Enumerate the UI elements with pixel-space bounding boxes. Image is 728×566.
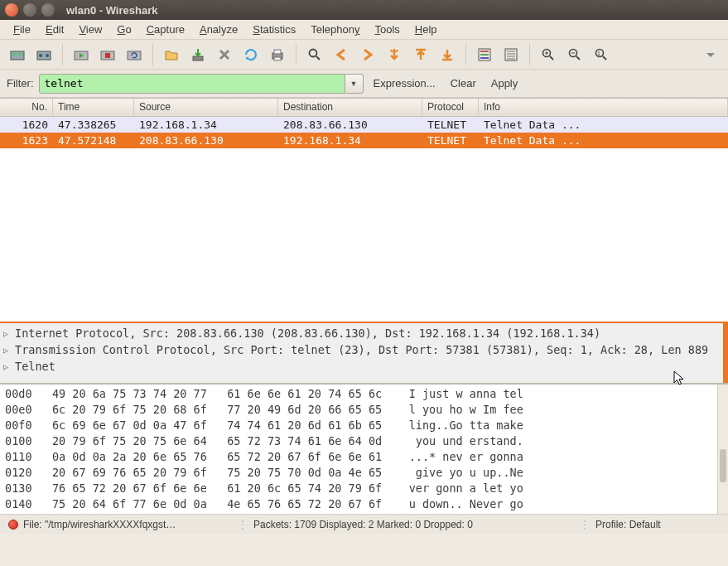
go-first-icon[interactable] — [409, 43, 432, 66]
find-icon[interactable] — [303, 43, 326, 66]
svg-marker-39 — [706, 53, 715, 57]
packet-list-pane[interactable]: No. Time Source Destination Protocol Inf… — [0, 98, 728, 323]
save-file-icon[interactable] — [186, 43, 210, 66]
svg-line-30 — [550, 56, 553, 60]
main-toolbar: 1 — [0, 40, 728, 70]
window-titlebar: wlan0 - Wireshark — [0, 0, 728, 20]
menu-file[interactable]: File — [7, 21, 37, 38]
print-icon[interactable] — [266, 43, 289, 66]
col-no[interactable]: No. — [0, 99, 53, 116]
menu-telephony[interactable]: Telephony — [304, 21, 366, 38]
status-file: File: "/tmp/wiresharkXXXXfqxgst… — [23, 519, 176, 530]
filter-toolbar: Filter: ▼ Expression... Clear Apply — [0, 70, 728, 98]
filter-label: Filter: — [7, 77, 34, 89]
start-capture-icon[interactable] — [70, 43, 93, 66]
svg-line-37 — [603, 56, 606, 60]
svg-rect-11 — [193, 56, 203, 60]
go-to-packet-icon[interactable] — [383, 43, 406, 66]
go-forward-icon[interactable] — [356, 43, 379, 66]
svg-rect-15 — [274, 57, 281, 60]
details-scrollbar[interactable] — [723, 323, 728, 383]
menu-analyze[interactable]: Analyze — [193, 21, 244, 38]
menu-view[interactable]: View — [72, 21, 108, 38]
tree-row[interactable]: ▷Internet Protocol, Src: 208.83.66.130 (… — [3, 325, 725, 341]
col-dst[interactable]: Destination — [278, 99, 422, 116]
menu-bar: File Edit View Go Capture Analyze Statis… — [0, 20, 728, 40]
svg-rect-9 — [105, 53, 110, 58]
svg-rect-22 — [480, 54, 489, 56]
tree-row[interactable]: ▷Telnet — [3, 358, 725, 375]
menu-help[interactable]: Help — [408, 21, 444, 38]
toolbar-overflow-icon[interactable] — [699, 43, 722, 66]
expression-button[interactable]: Expression... — [369, 77, 441, 89]
auto-scroll-icon[interactable] — [499, 43, 523, 66]
menu-statistics[interactable]: Statistics — [246, 21, 302, 38]
svg-line-17 — [316, 56, 320, 60]
svg-text:1: 1 — [597, 51, 600, 56]
col-time[interactable]: Time — [53, 99, 134, 116]
go-back-icon[interactable] — [330, 43, 353, 66]
svg-line-34 — [576, 56, 580, 60]
menu-tools[interactable]: Tools — [369, 21, 407, 38]
tree-row[interactable]: ▷Transmission Control Protocol, Src Port… — [3, 341, 725, 358]
svg-point-4 — [39, 54, 42, 57]
menu-capture[interactable]: Capture — [140, 21, 191, 38]
clear-button[interactable]: Clear — [446, 77, 481, 89]
svg-point-16 — [310, 49, 317, 56]
window-close-button[interactable] — [5, 3, 18, 17]
menu-go[interactable]: Go — [110, 21, 137, 38]
window-title: wlan0 - Wireshark — [66, 4, 157, 17]
apply-button[interactable]: Apply — [486, 77, 523, 89]
packet-list-header: No. Time Source Destination Protocol Inf… — [0, 99, 728, 117]
filter-dropdown-icon[interactable]: ▼ — [345, 74, 364, 94]
window-minimize-button[interactable] — [23, 3, 36, 17]
window-maximize-button[interactable] — [41, 3, 55, 17]
close-file-icon[interactable] — [213, 43, 236, 66]
expand-icon[interactable]: ▷ — [3, 329, 12, 338]
stop-capture-icon[interactable] — [96, 43, 119, 66]
open-file-icon[interactable] — [160, 43, 183, 66]
go-last-icon[interactable] — [436, 43, 459, 66]
bytes-scrollbar[interactable] — [717, 385, 728, 514]
restart-capture-icon[interactable] — [123, 43, 146, 66]
status-packets: Packets: 1709 Displayed: 2 Marked: 0 Dro… — [253, 519, 473, 530]
colorize-icon[interactable] — [473, 43, 496, 66]
reload-icon[interactable] — [239, 43, 263, 66]
expert-info-icon[interactable] — [8, 520, 18, 530]
expand-icon[interactable]: ▷ — [3, 346, 12, 355]
svg-rect-2 — [18, 53, 22, 56]
packet-row[interactable]: 1623 47.572148 208.83.66.130 192.168.1.3… — [0, 133, 728, 148]
svg-rect-21 — [480, 51, 489, 52]
packet-row[interactable]: 1620 47.338265 192.168.1.34 208.83.66.13… — [0, 117, 728, 133]
svg-rect-1 — [12, 53, 17, 56]
status-profile: Profile: Default — [595, 519, 661, 530]
packet-details-pane[interactable]: ▷Internet Protocol, Src: 208.83.66.130 (… — [0, 323, 728, 385]
col-info[interactable]: Info — [479, 99, 728, 116]
svg-point-5 — [46, 54, 49, 57]
col-proto[interactable]: Protocol — [422, 99, 479, 116]
zoom-in-icon[interactable] — [537, 43, 560, 66]
menu-edit[interactable]: Edit — [39, 21, 70, 38]
zoom-out-icon[interactable] — [563, 43, 586, 66]
svg-rect-14 — [274, 50, 281, 54]
filter-input[interactable] — [39, 74, 345, 94]
col-src[interactable]: Source — [134, 99, 278, 116]
packet-bytes-pane[interactable]: 00d0 49 20 6a 75 73 74 20 77 61 6e 6e 61… — [0, 385, 728, 514]
interfaces-icon[interactable] — [6, 43, 29, 66]
zoom-reset-icon[interactable]: 1 — [590, 43, 613, 66]
svg-rect-23 — [480, 57, 489, 59]
expand-icon[interactable]: ▷ — [3, 362, 12, 371]
status-bar: File: "/tmp/wiresharkXXXXfqxgst… ⋮ Packe… — [0, 514, 728, 534]
options-icon[interactable] — [32, 43, 55, 66]
